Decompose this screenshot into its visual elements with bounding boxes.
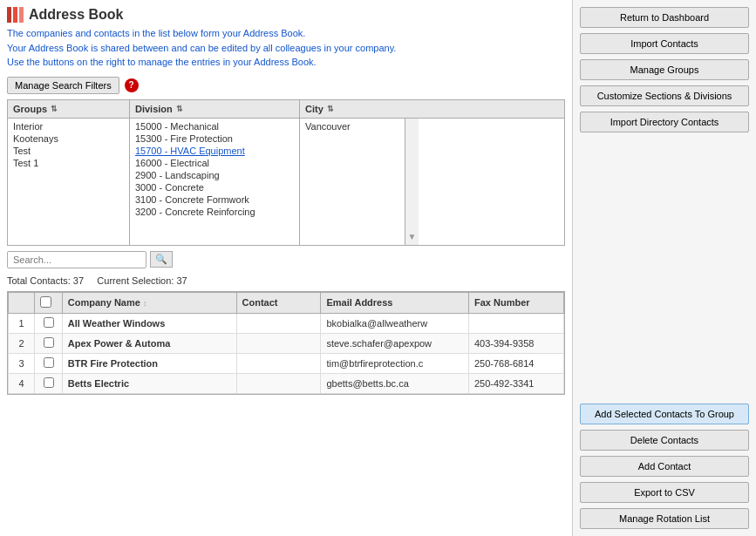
division-item-1[interactable]: 15000 - Mechanical (133, 120, 296, 132)
delete-contacts-button[interactable]: Delete Contacts (580, 430, 749, 451)
current-selection-value: 37 (176, 275, 187, 286)
page-title-area: Address Book (7, 7, 565, 23)
row-email: bkobialka@allweatherw (321, 313, 469, 333)
table-row: 1 All Weather Windows bkobialka@allweath… (9, 313, 564, 333)
row-company: All Weather Windows (62, 313, 236, 333)
city-sort-icon[interactable]: ⇅ (327, 105, 334, 113)
groups-sort-icon[interactable]: ⇅ (51, 105, 58, 113)
division-item-6[interactable]: 3000 - Concrete (133, 181, 296, 193)
group-item-interior[interactable]: Interior (11, 120, 126, 132)
contacts-tbody: 1 All Weather Windows bkobialka@allweath… (9, 313, 564, 393)
row-contact (236, 313, 321, 333)
address-book-icon (7, 7, 24, 23)
filter-table-header: Groups ⇅ Division ⇅ City ⇅ (8, 100, 564, 119)
row-checkbox[interactable] (44, 317, 54, 328)
row-num: 2 (9, 333, 35, 353)
row-checkbox-cell[interactable] (35, 373, 62, 393)
table-row: 4 Betts Electric gbetts@betts.bc.ca 250-… (9, 373, 564, 393)
import-directory-button[interactable]: Import Directory Contacts (580, 112, 749, 132)
description-line3: Use the buttons on the right to manage t… (7, 55, 565, 70)
col-header-company[interactable]: Company Name ↕ (62, 292, 236, 313)
manage-rotation-button[interactable]: Manage Rotation List (580, 508, 749, 529)
filter-bar: Manage Search Filters ? (7, 77, 565, 94)
division-item-4[interactable]: 16000 - Electrical (133, 157, 296, 169)
table-row: 2 Apex Power & Automa steve.schafer@apex… (9, 333, 564, 353)
description-line1: The companies and contacts in the list b… (7, 26, 565, 41)
division-item-8[interactable]: 3200 - Concrete Reinforcing (133, 206, 296, 218)
import-contacts-button[interactable]: Import Contacts (580, 33, 749, 54)
division-item-3[interactable]: 15700 - HVAC Equipment (133, 145, 296, 157)
search-input[interactable] (7, 251, 146, 268)
row-contact (236, 353, 321, 373)
right-section-bottom: Add Selected Contacts To Group Delete Co… (580, 404, 749, 529)
row-email: tim@btrfireprotection.c (321, 353, 469, 373)
table-row: 3 BTR Fire Protection tim@btrfireprotect… (9, 353, 564, 373)
add-selected-to-group-button[interactable]: Add Selected Contacts To Group (580, 404, 749, 424)
groups-column-header: Groups ⇅ (8, 100, 130, 118)
row-fax (468, 313, 563, 333)
col-header-num (9, 292, 35, 313)
division-list[interactable]: 15000 - Mechanical 15300 - Fire Protecti… (130, 119, 300, 245)
row-company: BTR Fire Protection (62, 353, 236, 373)
row-num: 3 (9, 353, 35, 373)
total-contacts-label: Total Contacts: (7, 275, 71, 286)
row-num: 1 (9, 313, 35, 333)
row-checkbox-cell[interactable] (35, 333, 62, 353)
total-contacts-value: 37 (73, 275, 84, 286)
row-company: Apex Power & Automa (62, 333, 236, 353)
company-sort-arrow[interactable]: ↕ (143, 299, 147, 308)
col-header-checkbox[interactable] (35, 292, 62, 313)
description-line2: Your Address Book is shared between and … (7, 41, 565, 56)
select-all-checkbox[interactable] (40, 296, 51, 308)
row-email: steve.schafer@apexpow (321, 333, 469, 353)
row-num: 4 (9, 373, 35, 393)
row-email: gbetts@betts.bc.ca (321, 373, 469, 393)
row-checkbox-cell[interactable] (35, 313, 62, 333)
right-section-top: Return to Dashboard Import Contacts Mana… (580, 7, 749, 132)
row-contact (236, 373, 321, 393)
division-sort-icon[interactable]: ⇅ (176, 105, 183, 113)
col-header-email: Email Address (321, 292, 469, 313)
contacts-table: Company Name ↕ Contact Email Address Fax… (8, 292, 564, 394)
return-to-dashboard-button[interactable]: Return to Dashboard (580, 7, 749, 28)
division-item-2[interactable]: 15300 - Fire Protection (133, 132, 296, 145)
add-contact-button[interactable]: Add Contact (580, 456, 749, 477)
division-column-header: Division ⇅ (130, 100, 300, 118)
customize-sections-button[interactable]: Customize Sections & Divisions (580, 85, 749, 106)
help-icon[interactable]: ? (125, 78, 139, 92)
totals-bar: Total Contacts: 37 Current Selection: 37 (7, 274, 565, 288)
row-fax: 250-768-6814 (468, 353, 563, 373)
page-description: The companies and contacts in the list b… (7, 26, 565, 70)
search-button[interactable]: 🔍 (150, 251, 173, 268)
page-title: Address Book (29, 7, 123, 23)
contacts-table-container: Company Name ↕ Contact Email Address Fax… (7, 291, 565, 395)
filter-table-body: Interior Kootenays Test Test 1 15000 - M… (8, 119, 564, 245)
row-fax: 250-492-3341 (468, 373, 563, 393)
group-item-test[interactable]: Test (11, 145, 126, 157)
city-column-header: City ⇅ (300, 100, 405, 118)
city-item-vancouver[interactable]: Vancouver (303, 120, 401, 132)
group-item-kootenays[interactable]: Kootenays (11, 132, 126, 145)
col-header-contact: Contact (236, 292, 321, 313)
row-company: Betts Electric (62, 373, 236, 393)
row-fax: 403-394-9358 (468, 333, 563, 353)
row-checkbox[interactable] (44, 357, 54, 368)
groups-list[interactable]: Interior Kootenays Test Test 1 (8, 119, 130, 245)
group-item-test1[interactable]: Test 1 (11, 157, 126, 169)
filter-table: Groups ⇅ Division ⇅ City ⇅ Interior Koot… (7, 99, 565, 246)
export-csv-button[interactable]: Export to CSV (580, 482, 749, 503)
row-checkbox[interactable] (44, 377, 54, 388)
city-list[interactable]: Vancouver (300, 119, 405, 245)
scrollbar-corner: ▼ (405, 119, 419, 245)
right-panel: Return to Dashboard Import Contacts Mana… (573, 0, 756, 536)
division-item-5[interactable]: 2900 - Landscaping (133, 169, 296, 181)
search-bar: 🔍 (7, 251, 565, 268)
manage-groups-button[interactable]: Manage Groups (580, 59, 749, 80)
current-selection-label: Current Selection: (97, 275, 174, 286)
division-item-7[interactable]: 3100 - Concrete Formwork (133, 193, 296, 206)
row-checkbox[interactable] (44, 337, 54, 348)
manage-search-filters-button[interactable]: Manage Search Filters (7, 77, 119, 94)
row-contact (236, 333, 321, 353)
col-header-fax: Fax Number (468, 292, 563, 313)
row-checkbox-cell[interactable] (35, 353, 62, 373)
